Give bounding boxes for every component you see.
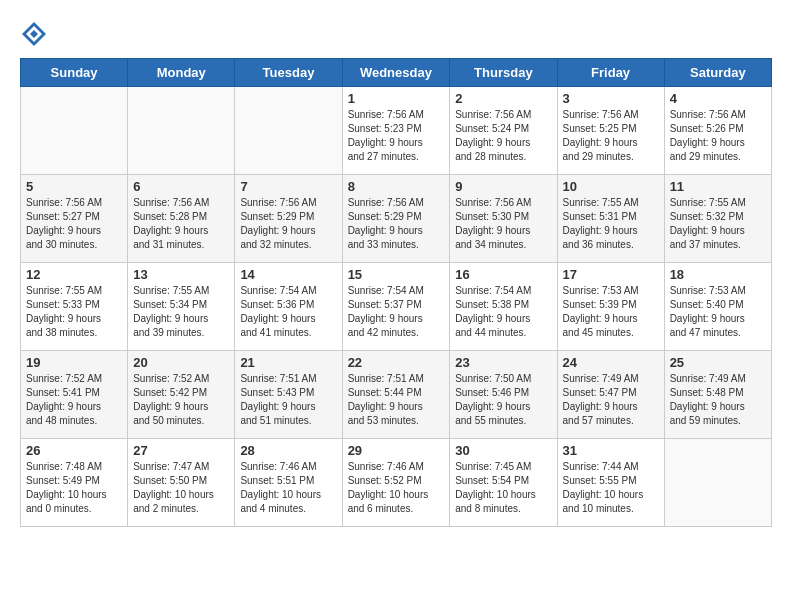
day-number: 31 bbox=[563, 443, 659, 458]
calendar-cell: 10Sunrise: 7:55 AM Sunset: 5:31 PM Dayli… bbox=[557, 175, 664, 263]
day-info: Sunrise: 7:56 AM Sunset: 5:27 PM Dayligh… bbox=[26, 196, 122, 252]
day-info: Sunrise: 7:44 AM Sunset: 5:55 PM Dayligh… bbox=[563, 460, 659, 516]
day-info: Sunrise: 7:55 AM Sunset: 5:33 PM Dayligh… bbox=[26, 284, 122, 340]
calendar-cell bbox=[235, 87, 342, 175]
day-number: 18 bbox=[670, 267, 766, 282]
weekday-header: Friday bbox=[557, 59, 664, 87]
day-info: Sunrise: 7:55 AM Sunset: 5:34 PM Dayligh… bbox=[133, 284, 229, 340]
calendar-week-row: 5Sunrise: 7:56 AM Sunset: 5:27 PM Daylig… bbox=[21, 175, 772, 263]
calendar-cell: 31Sunrise: 7:44 AM Sunset: 5:55 PM Dayli… bbox=[557, 439, 664, 527]
calendar-cell: 11Sunrise: 7:55 AM Sunset: 5:32 PM Dayli… bbox=[664, 175, 771, 263]
day-number: 3 bbox=[563, 91, 659, 106]
day-info: Sunrise: 7:54 AM Sunset: 5:36 PM Dayligh… bbox=[240, 284, 336, 340]
day-info: Sunrise: 7:56 AM Sunset: 5:29 PM Dayligh… bbox=[240, 196, 336, 252]
calendar-cell: 9Sunrise: 7:56 AM Sunset: 5:30 PM Daylig… bbox=[450, 175, 557, 263]
day-number: 11 bbox=[670, 179, 766, 194]
calendar-cell: 21Sunrise: 7:51 AM Sunset: 5:43 PM Dayli… bbox=[235, 351, 342, 439]
day-info: Sunrise: 7:55 AM Sunset: 5:32 PM Dayligh… bbox=[670, 196, 766, 252]
weekday-header: Thursday bbox=[450, 59, 557, 87]
day-info: Sunrise: 7:49 AM Sunset: 5:47 PM Dayligh… bbox=[563, 372, 659, 428]
calendar-cell: 14Sunrise: 7:54 AM Sunset: 5:36 PM Dayli… bbox=[235, 263, 342, 351]
day-number: 12 bbox=[26, 267, 122, 282]
weekday-header: Saturday bbox=[664, 59, 771, 87]
calendar-cell: 29Sunrise: 7:46 AM Sunset: 5:52 PM Dayli… bbox=[342, 439, 450, 527]
calendar-cell: 30Sunrise: 7:45 AM Sunset: 5:54 PM Dayli… bbox=[450, 439, 557, 527]
day-number: 4 bbox=[670, 91, 766, 106]
calendar-cell: 27Sunrise: 7:47 AM Sunset: 5:50 PM Dayli… bbox=[128, 439, 235, 527]
calendar-cell: 20Sunrise: 7:52 AM Sunset: 5:42 PM Dayli… bbox=[128, 351, 235, 439]
day-info: Sunrise: 7:56 AM Sunset: 5:23 PM Dayligh… bbox=[348, 108, 445, 164]
day-number: 1 bbox=[348, 91, 445, 106]
calendar-cell: 18Sunrise: 7:53 AM Sunset: 5:40 PM Dayli… bbox=[664, 263, 771, 351]
day-info: Sunrise: 7:48 AM Sunset: 5:49 PM Dayligh… bbox=[26, 460, 122, 516]
day-info: Sunrise: 7:56 AM Sunset: 5:30 PM Dayligh… bbox=[455, 196, 551, 252]
weekday-header: Sunday bbox=[21, 59, 128, 87]
day-info: Sunrise: 7:56 AM Sunset: 5:28 PM Dayligh… bbox=[133, 196, 229, 252]
day-info: Sunrise: 7:51 AM Sunset: 5:43 PM Dayligh… bbox=[240, 372, 336, 428]
calendar-cell: 17Sunrise: 7:53 AM Sunset: 5:39 PM Dayli… bbox=[557, 263, 664, 351]
day-info: Sunrise: 7:56 AM Sunset: 5:26 PM Dayligh… bbox=[670, 108, 766, 164]
calendar-cell: 6Sunrise: 7:56 AM Sunset: 5:28 PM Daylig… bbox=[128, 175, 235, 263]
day-number: 10 bbox=[563, 179, 659, 194]
calendar-cell bbox=[21, 87, 128, 175]
day-number: 9 bbox=[455, 179, 551, 194]
calendar-cell: 22Sunrise: 7:51 AM Sunset: 5:44 PM Dayli… bbox=[342, 351, 450, 439]
day-info: Sunrise: 7:55 AM Sunset: 5:31 PM Dayligh… bbox=[563, 196, 659, 252]
day-number: 16 bbox=[455, 267, 551, 282]
day-number: 15 bbox=[348, 267, 445, 282]
day-number: 17 bbox=[563, 267, 659, 282]
day-number: 27 bbox=[133, 443, 229, 458]
day-number: 29 bbox=[348, 443, 445, 458]
weekday-header: Wednesday bbox=[342, 59, 450, 87]
day-info: Sunrise: 7:49 AM Sunset: 5:48 PM Dayligh… bbox=[670, 372, 766, 428]
day-info: Sunrise: 7:53 AM Sunset: 5:39 PM Dayligh… bbox=[563, 284, 659, 340]
day-number: 28 bbox=[240, 443, 336, 458]
day-info: Sunrise: 7:46 AM Sunset: 5:51 PM Dayligh… bbox=[240, 460, 336, 516]
day-number: 25 bbox=[670, 355, 766, 370]
calendar-cell: 2Sunrise: 7:56 AM Sunset: 5:24 PM Daylig… bbox=[450, 87, 557, 175]
logo-icon bbox=[20, 20, 48, 48]
day-number: 13 bbox=[133, 267, 229, 282]
calendar-cell: 5Sunrise: 7:56 AM Sunset: 5:27 PM Daylig… bbox=[21, 175, 128, 263]
day-number: 20 bbox=[133, 355, 229, 370]
page-header bbox=[20, 20, 772, 48]
calendar-cell: 24Sunrise: 7:49 AM Sunset: 5:47 PM Dayli… bbox=[557, 351, 664, 439]
day-info: Sunrise: 7:47 AM Sunset: 5:50 PM Dayligh… bbox=[133, 460, 229, 516]
calendar-cell: 16Sunrise: 7:54 AM Sunset: 5:38 PM Dayli… bbox=[450, 263, 557, 351]
day-number: 6 bbox=[133, 179, 229, 194]
calendar-cell: 4Sunrise: 7:56 AM Sunset: 5:26 PM Daylig… bbox=[664, 87, 771, 175]
calendar-cell: 28Sunrise: 7:46 AM Sunset: 5:51 PM Dayli… bbox=[235, 439, 342, 527]
calendar-cell: 26Sunrise: 7:48 AM Sunset: 5:49 PM Dayli… bbox=[21, 439, 128, 527]
day-number: 19 bbox=[26, 355, 122, 370]
day-info: Sunrise: 7:53 AM Sunset: 5:40 PM Dayligh… bbox=[670, 284, 766, 340]
day-info: Sunrise: 7:56 AM Sunset: 5:25 PM Dayligh… bbox=[563, 108, 659, 164]
calendar-week-row: 19Sunrise: 7:52 AM Sunset: 5:41 PM Dayli… bbox=[21, 351, 772, 439]
day-number: 7 bbox=[240, 179, 336, 194]
weekday-header-row: SundayMondayTuesdayWednesdayThursdayFrid… bbox=[21, 59, 772, 87]
calendar-cell: 7Sunrise: 7:56 AM Sunset: 5:29 PM Daylig… bbox=[235, 175, 342, 263]
day-info: Sunrise: 7:52 AM Sunset: 5:42 PM Dayligh… bbox=[133, 372, 229, 428]
day-number: 24 bbox=[563, 355, 659, 370]
day-info: Sunrise: 7:50 AM Sunset: 5:46 PM Dayligh… bbox=[455, 372, 551, 428]
day-info: Sunrise: 7:51 AM Sunset: 5:44 PM Dayligh… bbox=[348, 372, 445, 428]
day-info: Sunrise: 7:46 AM Sunset: 5:52 PM Dayligh… bbox=[348, 460, 445, 516]
calendar-cell: 15Sunrise: 7:54 AM Sunset: 5:37 PM Dayli… bbox=[342, 263, 450, 351]
day-number: 14 bbox=[240, 267, 336, 282]
day-number: 26 bbox=[26, 443, 122, 458]
day-info: Sunrise: 7:56 AM Sunset: 5:29 PM Dayligh… bbox=[348, 196, 445, 252]
logo bbox=[20, 20, 52, 48]
day-number: 5 bbox=[26, 179, 122, 194]
day-info: Sunrise: 7:54 AM Sunset: 5:38 PM Dayligh… bbox=[455, 284, 551, 340]
calendar-cell: 1Sunrise: 7:56 AM Sunset: 5:23 PM Daylig… bbox=[342, 87, 450, 175]
calendar-week-row: 26Sunrise: 7:48 AM Sunset: 5:49 PM Dayli… bbox=[21, 439, 772, 527]
day-info: Sunrise: 7:54 AM Sunset: 5:37 PM Dayligh… bbox=[348, 284, 445, 340]
calendar-cell: 8Sunrise: 7:56 AM Sunset: 5:29 PM Daylig… bbox=[342, 175, 450, 263]
day-number: 30 bbox=[455, 443, 551, 458]
day-info: Sunrise: 7:45 AM Sunset: 5:54 PM Dayligh… bbox=[455, 460, 551, 516]
day-info: Sunrise: 7:52 AM Sunset: 5:41 PM Dayligh… bbox=[26, 372, 122, 428]
calendar-week-row: 12Sunrise: 7:55 AM Sunset: 5:33 PM Dayli… bbox=[21, 263, 772, 351]
calendar-cell: 13Sunrise: 7:55 AM Sunset: 5:34 PM Dayli… bbox=[128, 263, 235, 351]
day-number: 21 bbox=[240, 355, 336, 370]
calendar-cell: 3Sunrise: 7:56 AM Sunset: 5:25 PM Daylig… bbox=[557, 87, 664, 175]
day-number: 8 bbox=[348, 179, 445, 194]
